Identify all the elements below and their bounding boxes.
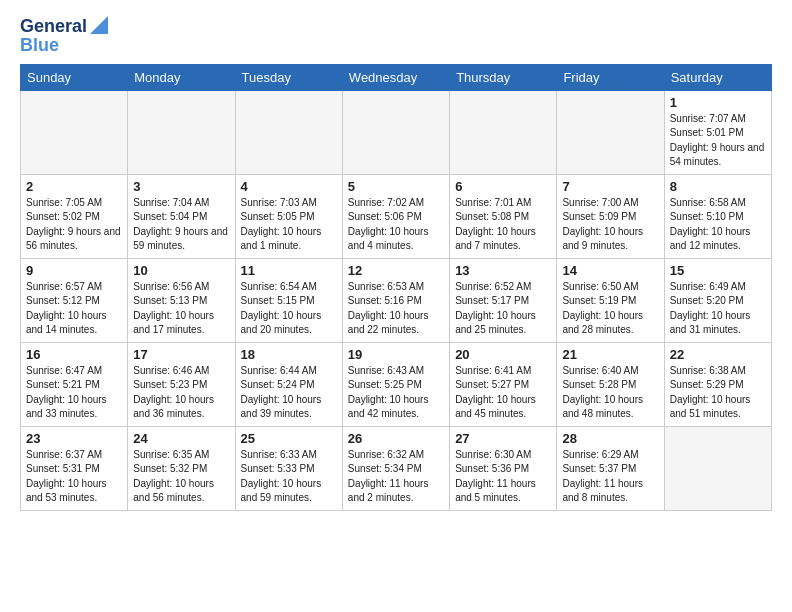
day-info: Sunrise: 7:01 AM Sunset: 5:08 PM Dayligh… (455, 196, 551, 254)
calendar-cell: 8Sunrise: 6:58 AM Sunset: 5:10 PM Daylig… (664, 174, 771, 258)
day-number: 23 (26, 431, 122, 446)
day-number: 20 (455, 347, 551, 362)
day-info: Sunrise: 6:47 AM Sunset: 5:21 PM Dayligh… (26, 364, 122, 422)
logo-text-general: General (20, 17, 87, 37)
day-number: 25 (241, 431, 337, 446)
calendar-cell (21, 90, 128, 174)
calendar-cell: 17Sunrise: 6:46 AM Sunset: 5:23 PM Dayli… (128, 342, 235, 426)
day-info: Sunrise: 6:38 AM Sunset: 5:29 PM Dayligh… (670, 364, 766, 422)
day-number: 10 (133, 263, 229, 278)
calendar-cell: 12Sunrise: 6:53 AM Sunset: 5:16 PM Dayli… (342, 258, 449, 342)
day-number: 13 (455, 263, 551, 278)
week-row-5: 23Sunrise: 6:37 AM Sunset: 5:31 PM Dayli… (21, 426, 772, 510)
calendar-cell: 1Sunrise: 7:07 AM Sunset: 5:01 PM Daylig… (664, 90, 771, 174)
calendar-cell: 18Sunrise: 6:44 AM Sunset: 5:24 PM Dayli… (235, 342, 342, 426)
day-info: Sunrise: 6:30 AM Sunset: 5:36 PM Dayligh… (455, 448, 551, 506)
day-number: 21 (562, 347, 658, 362)
calendar-cell (128, 90, 235, 174)
weekday-header-thursday: Thursday (450, 64, 557, 90)
day-info: Sunrise: 6:32 AM Sunset: 5:34 PM Dayligh… (348, 448, 444, 506)
weekday-header-monday: Monday (128, 64, 235, 90)
day-info: Sunrise: 7:04 AM Sunset: 5:04 PM Dayligh… (133, 196, 229, 254)
day-info: Sunrise: 6:49 AM Sunset: 5:20 PM Dayligh… (670, 280, 766, 338)
calendar-cell: 24Sunrise: 6:35 AM Sunset: 5:32 PM Dayli… (128, 426, 235, 510)
calendar-cell: 21Sunrise: 6:40 AM Sunset: 5:28 PM Dayli… (557, 342, 664, 426)
calendar-cell: 16Sunrise: 6:47 AM Sunset: 5:21 PM Dayli… (21, 342, 128, 426)
calendar-cell (342, 90, 449, 174)
day-number: 1 (670, 95, 766, 110)
day-info: Sunrise: 6:29 AM Sunset: 5:37 PM Dayligh… (562, 448, 658, 506)
day-info: Sunrise: 6:54 AM Sunset: 5:15 PM Dayligh… (241, 280, 337, 338)
day-info: Sunrise: 6:53 AM Sunset: 5:16 PM Dayligh… (348, 280, 444, 338)
calendar-cell: 2Sunrise: 7:05 AM Sunset: 5:02 PM Daylig… (21, 174, 128, 258)
day-info: Sunrise: 6:46 AM Sunset: 5:23 PM Dayligh… (133, 364, 229, 422)
day-number: 27 (455, 431, 551, 446)
day-info: Sunrise: 7:05 AM Sunset: 5:02 PM Dayligh… (26, 196, 122, 254)
calendar-cell: 20Sunrise: 6:41 AM Sunset: 5:27 PM Dayli… (450, 342, 557, 426)
day-info: Sunrise: 6:43 AM Sunset: 5:25 PM Dayligh… (348, 364, 444, 422)
day-info: Sunrise: 7:02 AM Sunset: 5:06 PM Dayligh… (348, 196, 444, 254)
day-number: 28 (562, 431, 658, 446)
day-number: 5 (348, 179, 444, 194)
calendar-cell: 15Sunrise: 6:49 AM Sunset: 5:20 PM Dayli… (664, 258, 771, 342)
day-info: Sunrise: 6:50 AM Sunset: 5:19 PM Dayligh… (562, 280, 658, 338)
weekday-header-saturday: Saturday (664, 64, 771, 90)
calendar-cell (557, 90, 664, 174)
day-info: Sunrise: 6:35 AM Sunset: 5:32 PM Dayligh… (133, 448, 229, 506)
day-info: Sunrise: 6:44 AM Sunset: 5:24 PM Dayligh… (241, 364, 337, 422)
calendar-cell: 11Sunrise: 6:54 AM Sunset: 5:15 PM Dayli… (235, 258, 342, 342)
calendar-cell: 28Sunrise: 6:29 AM Sunset: 5:37 PM Dayli… (557, 426, 664, 510)
day-info: Sunrise: 6:57 AM Sunset: 5:12 PM Dayligh… (26, 280, 122, 338)
calendar-cell (450, 90, 557, 174)
weekday-header-tuesday: Tuesday (235, 64, 342, 90)
day-number: 4 (241, 179, 337, 194)
day-info: Sunrise: 7:07 AM Sunset: 5:01 PM Dayligh… (670, 112, 766, 170)
calendar-cell: 10Sunrise: 6:56 AM Sunset: 5:13 PM Dayli… (128, 258, 235, 342)
calendar-cell: 13Sunrise: 6:52 AM Sunset: 5:17 PM Dayli… (450, 258, 557, 342)
day-number: 11 (241, 263, 337, 278)
calendar-cell: 22Sunrise: 6:38 AM Sunset: 5:29 PM Dayli… (664, 342, 771, 426)
calendar-table: SundayMondayTuesdayWednesdayThursdayFrid… (20, 64, 772, 511)
calendar-cell: 25Sunrise: 6:33 AM Sunset: 5:33 PM Dayli… (235, 426, 342, 510)
day-number: 24 (133, 431, 229, 446)
calendar-cell: 3Sunrise: 7:04 AM Sunset: 5:04 PM Daylig… (128, 174, 235, 258)
day-number: 17 (133, 347, 229, 362)
day-number: 2 (26, 179, 122, 194)
header: General Blue (20, 16, 772, 56)
calendar-cell: 26Sunrise: 6:32 AM Sunset: 5:34 PM Dayli… (342, 426, 449, 510)
day-number: 16 (26, 347, 122, 362)
calendar-cell: 23Sunrise: 6:37 AM Sunset: 5:31 PM Dayli… (21, 426, 128, 510)
day-info: Sunrise: 6:37 AM Sunset: 5:31 PM Dayligh… (26, 448, 122, 506)
day-info: Sunrise: 7:03 AM Sunset: 5:05 PM Dayligh… (241, 196, 337, 254)
calendar-cell (664, 426, 771, 510)
day-number: 9 (26, 263, 122, 278)
weekday-header-wednesday: Wednesday (342, 64, 449, 90)
logo: General Blue (20, 16, 108, 56)
week-row-4: 16Sunrise: 6:47 AM Sunset: 5:21 PM Dayli… (21, 342, 772, 426)
calendar-cell (235, 90, 342, 174)
calendar-cell: 5Sunrise: 7:02 AM Sunset: 5:06 PM Daylig… (342, 174, 449, 258)
weekday-header-sunday: Sunday (21, 64, 128, 90)
day-info: Sunrise: 6:56 AM Sunset: 5:13 PM Dayligh… (133, 280, 229, 338)
day-number: 22 (670, 347, 766, 362)
week-row-3: 9Sunrise: 6:57 AM Sunset: 5:12 PM Daylig… (21, 258, 772, 342)
day-info: Sunrise: 7:00 AM Sunset: 5:09 PM Dayligh… (562, 196, 658, 254)
calendar-cell: 9Sunrise: 6:57 AM Sunset: 5:12 PM Daylig… (21, 258, 128, 342)
weekday-header-friday: Friday (557, 64, 664, 90)
day-info: Sunrise: 6:58 AM Sunset: 5:10 PM Dayligh… (670, 196, 766, 254)
calendar-cell: 7Sunrise: 7:00 AM Sunset: 5:09 PM Daylig… (557, 174, 664, 258)
calendar-cell: 4Sunrise: 7:03 AM Sunset: 5:05 PM Daylig… (235, 174, 342, 258)
svg-marker-0 (90, 16, 108, 34)
day-number: 6 (455, 179, 551, 194)
day-number: 12 (348, 263, 444, 278)
calendar-cell: 27Sunrise: 6:30 AM Sunset: 5:36 PM Dayli… (450, 426, 557, 510)
calendar-page: General Blue SundayMondayTuesdayWednesda… (0, 0, 792, 527)
logo-text-blue: Blue (20, 36, 59, 56)
day-info: Sunrise: 6:33 AM Sunset: 5:33 PM Dayligh… (241, 448, 337, 506)
day-info: Sunrise: 6:41 AM Sunset: 5:27 PM Dayligh… (455, 364, 551, 422)
calendar-cell: 19Sunrise: 6:43 AM Sunset: 5:25 PM Dayli… (342, 342, 449, 426)
day-number: 15 (670, 263, 766, 278)
day-number: 26 (348, 431, 444, 446)
logo-triangle-icon (90, 16, 108, 34)
weekday-header-row: SundayMondayTuesdayWednesdayThursdayFrid… (21, 64, 772, 90)
